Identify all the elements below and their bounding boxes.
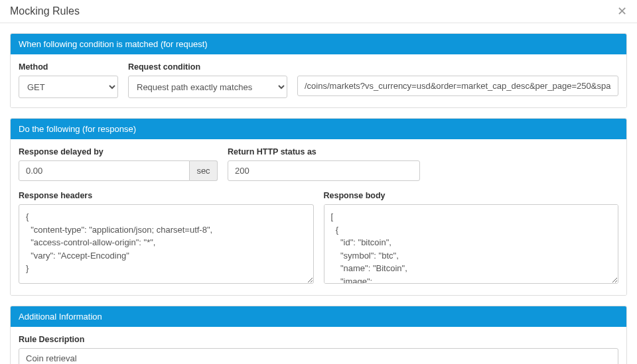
request-condition-label: Request condition	[128, 62, 287, 72]
response-panel: Do the following (for response) Response…	[10, 118, 627, 296]
request-condition-panel: When following condition is matched (for…	[10, 33, 627, 108]
response-body-label: Response body	[324, 191, 619, 200]
request-condition-select[interactable]: Request path exactly matches	[128, 76, 287, 98]
request-condition-panel-body: Method GET Request condition Request pat…	[11, 54, 626, 107]
method-field: Method GET	[19, 62, 118, 98]
request-condition-field: Request condition Request path exactly m…	[128, 62, 287, 98]
method-label: Method	[19, 62, 118, 72]
response-panel-body: Response delayed by sec Return HTTP stat…	[11, 139, 626, 295]
mocking-rules-dialog: Mocking Rules ✕ When following condition…	[0, 0, 637, 364]
response-headers-label: Response headers	[19, 191, 314, 200]
response-delay-unit: sec	[190, 160, 218, 181]
response-body-textarea[interactable]	[324, 204, 619, 284]
request-path-field	[297, 62, 618, 98]
response-delay-field: Response delayed by sec	[19, 147, 218, 181]
request-condition-panel-header: When following condition is matched (for…	[11, 34, 626, 54]
request-path-input[interactable]	[297, 76, 618, 96]
http-status-field: Return HTTP status as	[228, 147, 420, 181]
response-panel-header: Do the following (for response)	[11, 119, 626, 139]
dialog-title: Mocking Rules	[10, 5, 80, 17]
additional-info-panel-body: Rule Description	[11, 327, 626, 364]
method-select[interactable]: GET	[19, 76, 118, 98]
dialog-header: Mocking Rules ✕	[0, 0, 637, 23]
additional-info-panel-header: Additional Information	[11, 306, 626, 327]
response-delay-group: sec	[19, 160, 218, 181]
dialog-body: When following condition is matched (for…	[0, 23, 637, 364]
http-status-input[interactable]	[228, 160, 420, 181]
response-delay-input[interactable]	[19, 160, 190, 181]
response-headers-textarea[interactable]	[19, 204, 314, 284]
additional-info-panel: Additional Information Rule Description	[10, 306, 627, 364]
rule-description-label: Rule Description	[19, 335, 618, 344]
response-delay-label: Response delayed by	[19, 147, 218, 156]
close-icon[interactable]: ✕	[617, 5, 627, 17]
request-path-spacer	[297, 62, 618, 72]
rule-description-input[interactable]	[19, 348, 618, 364]
response-headers-field: Response headers	[19, 191, 314, 286]
response-body-field: Response body	[324, 191, 619, 286]
http-status-label: Return HTTP status as	[228, 147, 420, 156]
